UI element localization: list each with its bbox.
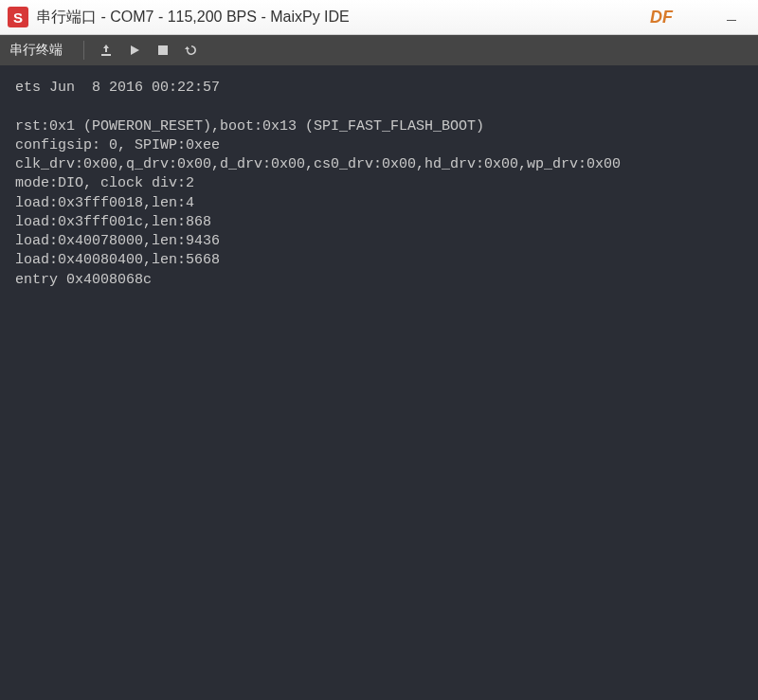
stop-icon: [156, 44, 170, 57]
play-button[interactable]: [124, 40, 145, 61]
stop-button[interactable]: [153, 40, 173, 61]
toolbar-label: 串行终端: [9, 42, 63, 59]
terminal-line: configsip: 0, SPIWP:0xee: [15, 136, 743, 155]
df-badge: DF: [650, 8, 673, 27]
refresh-icon: [184, 43, 199, 58]
terminal-line: load:0x3fff001c,len:868: [15, 213, 743, 232]
terminal-line: mode:DIO, clock div:2: [15, 174, 743, 193]
app-icon-letter: S: [13, 9, 23, 26]
upload-icon: [99, 43, 114, 58]
minimize-button[interactable]: [713, 3, 750, 31]
toolbar: 串行终端: [0, 35, 758, 65]
toolbar-divider: [83, 41, 84, 60]
titlebar: S 串行端口 - COM7 - 115,200 BPS - MaixPy IDE…: [0, 0, 758, 35]
terminal-line: load:0x40080400,len:5668: [15, 251, 743, 270]
terminal-line: ets Jun 8 2016 00:22:57: [15, 79, 743, 98]
terminal-line: [15, 98, 743, 117]
minimize-icon: [727, 12, 736, 22]
terminal-line: rst:0x1 (POWERON_RESET),boot:0x13 (SPI_F…: [15, 117, 743, 136]
terminal-line: load:0x40078000,len:9436: [15, 232, 743, 251]
svg-rect-0: [727, 20, 736, 21]
window-title: 串行端口 - COM7 - 115,200 BPS - MaixPy IDE: [36, 8, 713, 27]
terminal-line: load:0x3fff0018,len:4: [15, 194, 743, 213]
window-controls: [713, 3, 750, 31]
terminal-output[interactable]: ets Jun 8 2016 00:22:57 rst:0x1 (POWERON…: [0, 65, 758, 700]
terminal-line: clk_drv:0x00,q_drv:0x00,d_drv:0x00,cs0_d…: [15, 155, 743, 174]
play-icon: [128, 44, 141, 57]
app-icon: S: [8, 7, 28, 27]
svg-rect-1: [158, 45, 168, 55]
refresh-button[interactable]: [181, 40, 202, 61]
terminal-line: entry 0x4008068c: [15, 271, 743, 290]
upload-button[interactable]: [96, 40, 117, 61]
